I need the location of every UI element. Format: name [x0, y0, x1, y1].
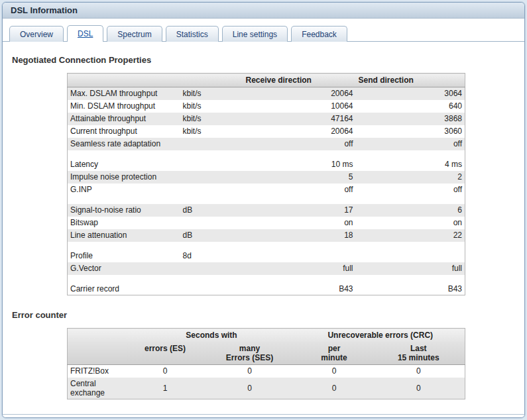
window-title: DSL Information: [3, 3, 524, 19]
connection-row: Signal-to-noise ratiodB176: [68, 204, 465, 217]
row-receive-value: 10 ms: [243, 158, 356, 171]
connection-table-header: Receive direction Send direction: [68, 74, 465, 87]
row-label: Carrier record: [68, 283, 180, 295]
row-send-value: 4 ms: [356, 158, 465, 171]
connection-row: Latency10 ms4 ms: [68, 158, 465, 171]
error-value: 0: [204, 378, 296, 399]
row-receive-value: [243, 250, 356, 262]
tab-label: Statistics: [176, 30, 208, 39]
row-send-value: full: [356, 262, 465, 275]
row-send-value: B43: [356, 283, 465, 295]
row-send-value: 22: [356, 229, 465, 242]
tab-bar: OverviewDSLSpectrumStatisticsLine settin…: [3, 19, 524, 42]
row-unit: dB: [180, 229, 243, 242]
dsl-information-window: DSL Information OverviewDSLSpectrumStati…: [2, 2, 525, 418]
tab-overview[interactable]: Overview: [9, 26, 64, 42]
tab-label: Line settings: [233, 30, 277, 39]
spacer-row: [68, 275, 465, 283]
row-send-value: 6: [356, 204, 465, 217]
row-unit: [180, 283, 243, 295]
row-receive-value: off: [243, 184, 356, 196]
error-value: 0: [373, 365, 465, 378]
row-send-value: 3060: [356, 125, 465, 138]
connection-row: Min. DSLAM throughputkbit/s10064640: [68, 100, 465, 113]
row-label: Signal-to-noise ratio: [68, 204, 180, 217]
connection-row: Attainable throughputkbit/s471643868: [68, 113, 465, 125]
row-label: G.Vector: [68, 262, 180, 275]
row-label: Max. DSLAM throughput: [68, 87, 180, 100]
error-table-header: Seconds with Unrecoverable errors (CRC) …: [68, 329, 465, 365]
row-unit: kbit/s: [180, 100, 243, 113]
row-send-value: 3868: [356, 113, 465, 125]
section-heading-connection: Negotiated Connection Properties: [12, 55, 515, 65]
row-label: G.INP: [68, 184, 180, 196]
spacer-row: [68, 242, 465, 250]
row-unit: [180, 158, 243, 171]
row-send-value: off: [356, 138, 465, 150]
row-receive-value: 18: [243, 229, 356, 242]
header-errors-es: errors (ES): [127, 342, 204, 365]
row-label: Line attenuation: [68, 229, 180, 242]
header-blank: [68, 329, 127, 342]
error-value: 0: [127, 365, 204, 378]
row-label: Profile: [68, 250, 180, 262]
row-receive-value: 10064: [243, 100, 356, 113]
connection-row: Current throughputkbit/s200643060: [68, 125, 465, 138]
row-send-value: off: [356, 184, 465, 196]
row-label: Central exchange: [68, 378, 127, 399]
row-send-value: on: [356, 217, 465, 229]
header-send-direction: Send direction: [356, 74, 465, 87]
row-receive-value: off: [243, 138, 356, 150]
row-send-value: 3064: [356, 87, 465, 100]
header-receive-direction: Receive direction: [243, 74, 356, 87]
row-label: Latency: [68, 158, 180, 171]
spacer-cell: [68, 150, 465, 158]
content-area: Negotiated Connection Properties Receive…: [3, 42, 524, 414]
row-label: Impulse noise protection: [68, 171, 180, 184]
error-counter-table: Seconds with Unrecoverable errors (CRC) …: [67, 328, 465, 399]
header-unrecoverable-errors: Unrecoverable errors (CRC): [296, 329, 465, 342]
error-row: FRITZ!Box0000: [68, 365, 465, 378]
row-unit: 8d: [180, 250, 243, 262]
row-receive-value: 20064: [243, 125, 356, 138]
section-heading-errors: Error counter: [12, 310, 515, 320]
connection-row: Carrier recordB43B43: [68, 283, 465, 295]
tab-dsl[interactable]: DSL: [67, 25, 103, 42]
spacer-cell: [68, 275, 465, 283]
header-unit-col: [180, 74, 243, 87]
tab-label: Spectrum: [117, 30, 151, 39]
tab-feedback[interactable]: Feedback: [291, 26, 347, 42]
row-unit: [180, 171, 243, 184]
error-value: 0: [204, 365, 296, 378]
row-label: Min. DSLAM throughput: [68, 100, 180, 113]
row-unit: [180, 217, 243, 229]
error-value: 1: [127, 378, 204, 399]
spacer-cell: [68, 196, 465, 204]
tab-spectrum[interactable]: Spectrum: [107, 26, 162, 42]
row-label: Seamless rate adaptation: [68, 138, 180, 150]
row-unit: [180, 262, 243, 275]
tab-statistics[interactable]: Statistics: [166, 26, 219, 42]
row-send-value: 2: [356, 171, 465, 184]
row-receive-value: full: [243, 262, 356, 275]
row-unit: dB: [180, 204, 243, 217]
row-label: Attainable throughput: [68, 113, 180, 125]
tab-line-settings[interactable]: Line settings: [222, 26, 288, 42]
error-value: 0: [296, 378, 373, 399]
row-unit: kbit/s: [180, 125, 243, 138]
connection-row: Seamless rate adaptationoffoff: [68, 138, 465, 150]
row-unit: kbit/s: [180, 113, 243, 125]
header-label-col: [68, 74, 180, 87]
tab-label: Overview: [20, 30, 53, 39]
error-value: 0: [373, 378, 465, 399]
connection-row: G.INPoffoff: [68, 184, 465, 196]
spacer-row: [68, 150, 465, 158]
connection-row: Max. DSLAM throughputkbit/s200643064: [68, 87, 465, 100]
connection-properties-table: Receive direction Send direction Max. DS…: [67, 73, 465, 295]
row-label: Bitswap: [68, 217, 180, 229]
spacer-cell: [68, 242, 465, 250]
header-seconds-with: Seconds with: [127, 329, 296, 342]
tab-label: Feedback: [302, 30, 337, 39]
row-receive-value: B43: [243, 283, 356, 295]
spacer-row: [68, 196, 465, 204]
